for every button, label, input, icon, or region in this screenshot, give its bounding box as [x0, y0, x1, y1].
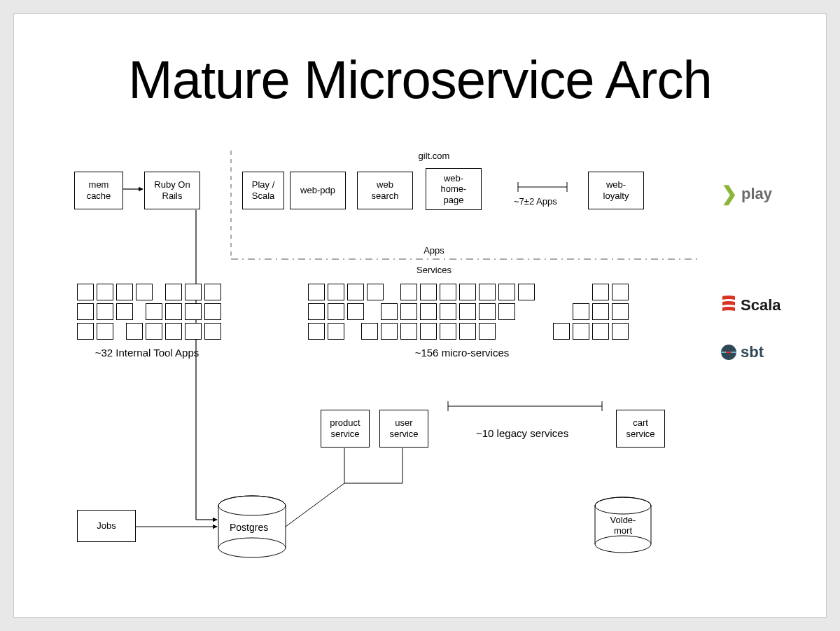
internal-tools-caption: ~32 Internal Tool Apps: [70, 347, 224, 359]
svg-point-10: [218, 538, 286, 557]
sbt-logo: sbt: [721, 343, 764, 361]
postgres-label: Postgres: [230, 522, 268, 533]
svg-point-12: [595, 497, 651, 514]
domain-label: gilt.com: [364, 151, 504, 161]
voldemort-label: Volde- mort: [605, 515, 641, 536]
svg-point-6: [218, 496, 286, 515]
sbt-text: sbt: [741, 343, 764, 361]
sbt-icon: [721, 345, 736, 360]
memcache-box: mem cache: [74, 172, 123, 209]
play-scala-box: Play / Scala: [242, 172, 284, 209]
slide-title: Mature Microservice Arch: [14, 49, 826, 110]
play-text: play: [741, 185, 772, 203]
slide: Mature Microservice Arch: [14, 14, 826, 617]
svg-point-17: [595, 497, 651, 514]
cart-service-box: cart service: [616, 410, 665, 448]
web-loyalty-box: web- loyalty: [588, 172, 644, 209]
apps-count-note: ~7±2 Apps: [514, 196, 557, 207]
play-icon: ❯: [721, 182, 737, 205]
user-service-box: user service: [379, 410, 428, 448]
scala-logo: Scala: [721, 294, 781, 317]
jobs-box: Jobs: [77, 510, 136, 542]
scala-text: Scala: [741, 296, 781, 314]
services-section-label: Services: [406, 265, 462, 275]
ruby-on-rails-box: Ruby On Rails: [144, 172, 200, 209]
play-logo: ❯ play: [721, 182, 772, 205]
web-search-box: web search: [357, 172, 413, 209]
legacy-services-note: ~10 legacy services: [476, 427, 568, 439]
product-service-box: product service: [321, 410, 370, 448]
microservices-caption: ~156 micro-services: [364, 347, 560, 359]
web-pdp-box: web-pdp: [290, 172, 346, 209]
scala-icon: [721, 294, 736, 317]
svg-line-21: [286, 483, 344, 527]
web-home-page-box: web- home- page: [426, 168, 482, 210]
svg-point-11: [218, 496, 286, 515]
apps-section-label: Apps: [406, 245, 462, 256]
svg-point-16: [595, 536, 651, 553]
